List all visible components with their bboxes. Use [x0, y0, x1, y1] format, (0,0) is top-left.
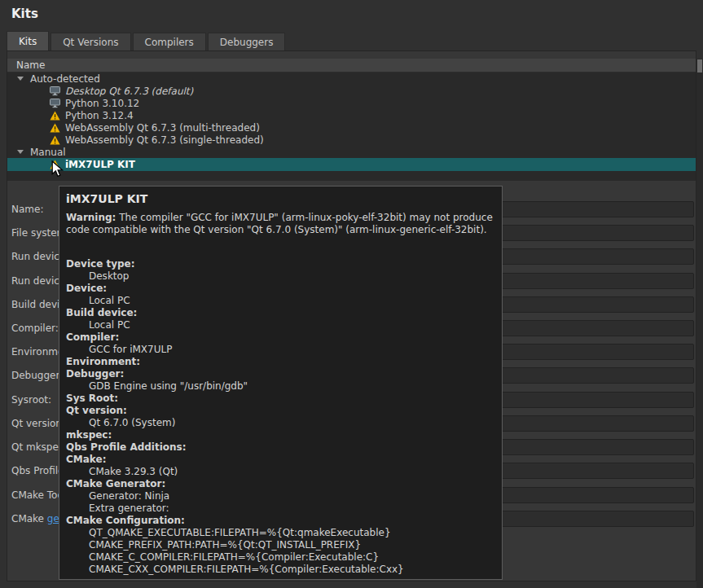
tooltip-entry-label: Build device: — [66, 307, 495, 319]
form-label-debugger: Debugger: — [11, 367, 63, 384]
tree-item-label: Python 3.10.12 — [65, 98, 139, 109]
warning-icon — [50, 134, 61, 145]
warning-icon — [50, 122, 61, 133]
tooltip-entry-value: CMAKE_C_COMPILER:FILEPATH=%{Compiler:Exe… — [66, 551, 495, 564]
tooltip-entry-value: GDB Engine using "/usr/bin/gdb" — [66, 380, 495, 393]
tooltip-entry-label: Debugger: — [66, 368, 495, 380]
tab-compilers[interactable]: Compilers — [133, 33, 206, 50]
tooltip-warning-label: Warning: — [66, 212, 116, 223]
tooltip-entry-value: CMAKE_CXX_COMPILER:FILEPATH=%{Compiler:E… — [66, 564, 495, 576]
tab-bar: Kits Qt Versions Compilers Debuggers — [7, 31, 285, 50]
tree-item-python-3124[interactable]: Python 3.12.4 — [7, 109, 696, 121]
tooltip-title: iMX7ULP KIT — [66, 192, 495, 205]
page-title: Kits — [11, 7, 38, 21]
tooltip-entry-label: Sys Root: — [66, 393, 495, 405]
tooltip-entry-value: GCC for iMX7ULP — [66, 344, 495, 356]
tree-item-manual[interactable]: Manual — [7, 146, 696, 158]
tooltip-entry-label: CMake Configuration: — [66, 515, 495, 527]
tooltip-entry-label: Compiler: — [66, 331, 495, 344]
tree-item-webassembly-single[interactable]: WebAssembly Qt 6.7.3 (single-threaded) — [7, 134, 696, 146]
tooltip-entry-value: Extra generator: — [66, 502, 495, 515]
form-label-qt-version: Qt version: — [11, 415, 65, 432]
tooltip-entry-value: CMake 3.29.3 (Qt) — [66, 466, 495, 478]
tooltip-entry-label: CMake: — [66, 454, 495, 466]
tree-item-label: Auto-detected — [30, 73, 100, 85]
tree-item-label: Python 3.12.4 — [65, 110, 134, 121]
tooltip-entry-label: Device: — [66, 283, 495, 295]
scrollbar[interactable] — [696, 59, 703, 588]
tooltip-entry-value: Local PC — [66, 295, 495, 307]
tree-item-label: WebAssembly Qt 6.7.3 (single-threaded) — [65, 134, 264, 146]
tooltip-entry-value: Local PC — [66, 319, 495, 331]
form-label-name: Name: — [11, 201, 43, 218]
tab-qt-versions[interactable]: Qt Versions — [51, 33, 130, 50]
tooltip-entry-value: Qt 6.7.0 (System) — [66, 417, 495, 429]
tooltip-entry-label: Device type: — [66, 258, 495, 270]
monitor-icon — [50, 86, 61, 96]
mouse-cursor — [51, 160, 64, 181]
cmake-generator-label-prefix: CMake — [11, 513, 47, 524]
tree-item-label: Manual — [30, 147, 66, 158]
tree-item-label: WebAssembly Qt 6.7.3 (multi-threaded) — [65, 122, 260, 134]
tooltip-entry-label: mkspec: — [66, 429, 495, 441]
tree-item-auto-detected[interactable]: Auto-detected — [7, 72, 696, 85]
tooltip-entry-label: Qt version: — [66, 405, 495, 417]
tree-item-imx7ulp-kit[interactable]: iMX7ULP KIT — [7, 158, 696, 171]
tooltip-details: Device type: Desktop Device: Local PC Bu… — [66, 258, 495, 576]
tooltip-entry-value: Desktop — [66, 270, 495, 283]
form-label-sysroot: Sysroot: — [11, 392, 51, 409]
expand-arrow-icon[interactable] — [17, 150, 25, 154]
warning-icon — [50, 110, 61, 121]
tooltip-warning-text: The compiler "GCC for iMX7ULP" (arm-linu… — [66, 212, 493, 235]
tooltip-spacer — [66, 236, 495, 258]
tree-item-python-31012[interactable]: Python 3.10.12 — [7, 97, 696, 109]
tooltip-entry-value: CMAKE_PREFIX_PATH:PATH=%{Qt:QT_INSTALL_P… — [66, 539, 495, 551]
tooltip-entry-label: Qbs Profile Additions: — [66, 441, 495, 454]
scrollbar-thumb[interactable] — [697, 59, 702, 72]
expand-arrow-icon[interactable] — [17, 77, 25, 81]
tree-column-header[interactable]: Name — [7, 59, 696, 72]
tab-kits[interactable]: Kits — [7, 31, 49, 50]
tree-item-label: Desktop Qt 6.7.3 (default) — [65, 86, 193, 97]
monitor-icon — [50, 98, 61, 108]
tooltip-entry-value: Generator: Ninja — [66, 490, 495, 502]
tooltip-entry-label: CMake Generator: — [66, 478, 495, 490]
tree-item-label: iMX7ULP KIT — [65, 159, 135, 170]
tab-debuggers[interactable]: Debuggers — [208, 33, 286, 50]
tooltip-warning: Warning: The compiler "GCC for iMX7ULP" … — [66, 212, 495, 236]
tree-item-webassembly-multi[interactable]: WebAssembly Qt 6.7.3 (multi-threaded) — [7, 121, 696, 134]
kit-tooltip: iMX7ULP KIT Warning: The compiler "GCC f… — [59, 186, 503, 580]
form-label-compiler: Compiler: — [11, 320, 59, 337]
tooltip-entry-label: Environment: — [66, 356, 495, 368]
tree-item-desktop-qt[interactable]: Desktop Qt 6.7.3 (default) — [7, 85, 696, 97]
tooltip-entry-value: QT_QMAKE_EXECUTABLE:FILEPATH=%{Qt:qmakeE… — [66, 527, 495, 539]
kits-tree: Auto-detected Desktop Qt 6.7.3 (default)… — [7, 72, 696, 181]
